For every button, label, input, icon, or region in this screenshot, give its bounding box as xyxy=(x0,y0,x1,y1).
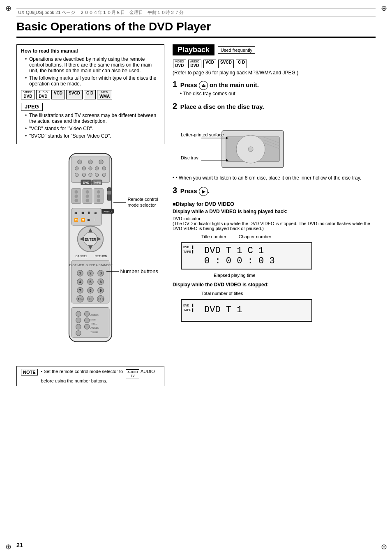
svg-point-12 xyxy=(89,173,92,176)
svg-text:⏸: ⏸ xyxy=(94,218,97,222)
svg-point-13 xyxy=(95,173,98,176)
svg-point-24 xyxy=(74,199,78,202)
svg-text:7: 7 xyxy=(79,288,81,292)
svg-text:+10: +10 xyxy=(98,297,104,301)
display-playing-header: Display while a DVD VIDEO is being playe… xyxy=(173,209,376,214)
svg-text:RETURN: RETURN xyxy=(95,254,107,258)
svg-text:0: 0 xyxy=(89,297,91,301)
svg-point-83 xyxy=(84,311,90,317)
remote-mode-selector-label: Remote control mode selector xyxy=(113,196,158,208)
badge-svcd: SVCD xyxy=(66,90,83,99)
svg-rect-20 xyxy=(107,191,111,194)
svg-text:8: 8 xyxy=(89,288,91,292)
format-badges-row1: VIDEO DVD AUDIO DVD VCD SVCD C D MP3/ WM… xyxy=(21,90,160,99)
svg-point-14 xyxy=(102,173,106,176)
playback-badge-svcd: SVCD xyxy=(218,60,234,68)
svg-point-4 xyxy=(99,160,103,164)
elapsed-label-row: Elapsed playing time xyxy=(214,273,376,278)
svg-text:TAPE: TAPE xyxy=(93,181,101,184)
playback-format-badges: VIDEO DVD AUDIO DVD VCD SVCD C D xyxy=(173,60,376,68)
disc-tray-label: Disc tray xyxy=(181,155,198,160)
svg-text:AUDIO: AUDIO xyxy=(104,210,112,213)
disc-tray-sub: • • When you want to listen to an 8 cm d… xyxy=(173,175,376,181)
how-to-item-4: "VCD" stands for "Video CD". xyxy=(25,126,160,131)
svg-point-97 xyxy=(248,147,253,152)
note-text: • Set the remote control mode selector t… xyxy=(41,369,160,383)
how-to-item-2: The following marks tell you for which t… xyxy=(25,75,160,87)
lcd-playing-diagram: Title number Chapter number DVD ▐ TAPE▐ … xyxy=(181,234,376,278)
svg-text:9: 9 xyxy=(99,288,101,292)
lcd-line2: 0 : 0 0 : 0 3 xyxy=(204,256,307,266)
display-stopped-header: Display while the DVD VIDEO is stopped: xyxy=(173,282,376,288)
svg-point-6 xyxy=(82,167,85,170)
right-column: Playback Used frequently VIDEO DVD AUDIO… xyxy=(173,44,376,325)
step-3-num: 3 xyxy=(173,186,177,195)
dvd-indicator-label: DVD indicator (The DVD indicator lights … xyxy=(173,216,376,231)
svg-text:CANCEL: CANCEL xyxy=(76,254,88,258)
step-1-sub: • The disc tray comes out. xyxy=(180,91,376,97)
svg-point-8 xyxy=(95,167,98,170)
used-frequently-badge: Used frequently xyxy=(218,46,255,54)
how-to-box: How to read this manual Operations are d… xyxy=(16,44,164,144)
disc-diagram: Letter-printed surface Disc tray xyxy=(181,114,288,172)
step-2-text: Place a disc on the disc tray. xyxy=(180,103,264,110)
svg-point-11 xyxy=(82,173,85,176)
badge-vcd: VCD xyxy=(51,90,65,99)
lcd-playing-display: DVD ▐ TAPE▐ DVD T 1 C 1 0 : 0 0 : 0 3 xyxy=(181,242,312,269)
svg-text:1: 1 xyxy=(79,271,81,275)
reg-mark-tl: ⊕ xyxy=(4,4,12,12)
svg-point-22 xyxy=(74,190,78,193)
step-2: 2 Place a disc on the disc tray. xyxy=(173,101,376,181)
svg-text:⏮: ⏮ xyxy=(74,211,77,215)
svg-text:10-: 10- xyxy=(78,297,83,301)
svg-text:2: 2 xyxy=(89,271,91,275)
total-titles-label: Total number of titles xyxy=(201,291,376,296)
svg-text:⏪: ⏪ xyxy=(74,218,78,222)
lcd-stopped-dvd-indicator: DVD ▐ TAPE▐ xyxy=(183,303,193,312)
svg-point-7 xyxy=(89,167,92,170)
svg-text:AUDIO: AUDIO xyxy=(90,313,99,316)
header-bar: UX-Q09[US].book 21 ページ ２００４年１０月８日 金曜日 午前… xyxy=(16,8,376,17)
svg-point-27 xyxy=(86,194,89,198)
step-1: 1 Press ⏏ on the main unit. • The disc t… xyxy=(173,80,376,97)
page-number: 21 xyxy=(16,542,23,548)
main-content: How to read this manual Operations are d… xyxy=(16,44,376,386)
svg-point-28 xyxy=(86,199,89,202)
eject-button: ⏏ xyxy=(199,81,208,90)
svg-point-31 xyxy=(97,194,100,198)
number-buttons-text: Number buttons xyxy=(120,268,159,274)
refer-text: (Refer to page 36 for playing back MP3/W… xyxy=(173,70,376,76)
chapter-number-label: Chapter number xyxy=(239,234,272,239)
playback-badge-dvd-video: VIDEO DVD xyxy=(173,60,186,68)
svg-point-88 xyxy=(76,331,81,336)
playback-badge-vcd: VCD xyxy=(203,60,216,68)
svg-point-3 xyxy=(88,160,92,164)
svg-point-2 xyxy=(78,160,82,164)
display-dvd-section: ■Display for DVD VIDEO Display while a D… xyxy=(173,201,376,322)
svg-point-85 xyxy=(84,318,90,323)
disc-tray-svg xyxy=(181,114,288,172)
playback-title: Playback xyxy=(173,44,214,55)
svg-point-84 xyxy=(76,318,81,323)
svg-point-23 xyxy=(74,194,78,198)
svg-point-10 xyxy=(75,173,78,176)
svg-text:SLEEP: SLEEP xyxy=(85,263,95,267)
reg-mark-tr: ⊕ xyxy=(380,4,388,12)
playback-badge-cd: C D xyxy=(236,60,247,68)
lcd-stopped-line1: DVD T 1 xyxy=(204,302,307,315)
how-to-item-1: Operations are described by mainly using… xyxy=(25,56,160,74)
audio-icon-note: AUDIO TV xyxy=(126,369,139,378)
badge-dvd-video: VIDEO DVD xyxy=(21,90,35,99)
reg-mark-br: ⊕ xyxy=(380,543,388,551)
badge-dvd-audio: AUDIO DVD xyxy=(36,90,50,99)
svg-text:3: 3 xyxy=(99,271,101,275)
title-number-label: Title number xyxy=(201,234,226,239)
step-1-num: 1 xyxy=(173,80,177,89)
number-buttons-label: Number buttons xyxy=(106,268,159,274)
step-3-text: Press ▶. xyxy=(180,187,210,194)
note-label: NOTE xyxy=(21,369,38,375)
svg-text:ZOOM: ZOOM xyxy=(90,331,98,334)
how-to-item-5: "SVCD" stands for "Super Video CD". xyxy=(25,133,160,139)
svg-point-30 xyxy=(97,190,100,193)
svg-text:⏭: ⏭ xyxy=(94,211,97,215)
